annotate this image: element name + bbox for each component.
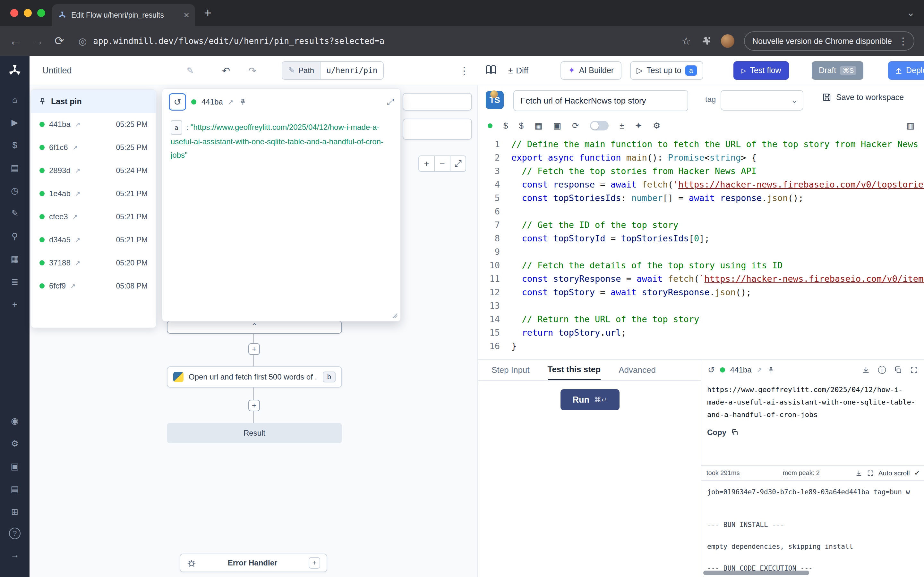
- browser-menu-icon[interactable]: ⋮: [897, 35, 910, 47]
- code-line[interactable]: 14 // Return the URL of the top story: [478, 313, 924, 326]
- result-node[interactable]: Result: [167, 423, 342, 443]
- test-flow-button[interactable]: ▷Test flow: [733, 61, 789, 80]
- minimize-window-button[interactable]: [24, 9, 32, 17]
- copy-button[interactable]: Copy: [707, 428, 919, 437]
- site-info-icon[interactable]: ◎: [78, 35, 87, 47]
- collapse-icon[interactable]: →: [11, 548, 19, 562]
- external-link-icon[interactable]: ↗: [757, 366, 762, 374]
- pin-run-row[interactable]: 2893d↗05:24 PM: [31, 159, 156, 182]
- resources-icon[interactable]: ▤: [11, 161, 19, 175]
- chrome-update-button[interactable]: Nouvelle version de Chrome disponible ⋮: [744, 31, 914, 51]
- flow-node-partial[interactable]: [403, 93, 472, 111]
- insert-step-button[interactable]: +: [248, 400, 260, 411]
- expand-icon[interactable]: ⤢: [387, 97, 394, 107]
- selected-step-node-partial[interactable]: ⌃: [167, 321, 342, 334]
- zoom-out-button[interactable]: −: [434, 155, 451, 172]
- code-line[interactable]: 7 // Get the ID of the top story: [478, 218, 924, 232]
- browser-tab[interactable]: Edit Flow u/henri/pin_results ×: [52, 4, 195, 26]
- external-link-icon[interactable]: ↗: [75, 121, 81, 128]
- external-link-icon[interactable]: ↗: [75, 236, 81, 243]
- pin-run-row[interactable]: 37188↗05:20 PM: [31, 251, 156, 274]
- history-icon[interactable]: ↺: [708, 365, 715, 375]
- external-link-icon[interactable]: ↗: [228, 98, 234, 106]
- external-link-icon[interactable]: ↗: [73, 213, 78, 221]
- schedules-icon[interactable]: ◷: [11, 184, 19, 198]
- run-button[interactable]: Run ⌘↵: [561, 389, 620, 410]
- pin-run-row[interactable]: 1e4ab↗05:21 PM: [31, 182, 156, 205]
- edit-title-pencil-icon[interactable]: ✎: [187, 65, 194, 75]
- ai-assist-icon[interactable]: ✦: [635, 121, 642, 131]
- tab-step-input[interactable]: Step Input: [491, 359, 530, 380]
- url-bar[interactable]: app.windmill.dev/flows/edit/u/henri/pin_…: [93, 36, 384, 46]
- variables-icon[interactable]: $: [12, 138, 17, 152]
- step-summary-input[interactable]: [513, 90, 688, 111]
- apps-icon[interactable]: ▦: [11, 252, 19, 266]
- code-line[interactable]: 9: [478, 245, 924, 259]
- workers-icon[interactable]: ▣: [11, 459, 19, 474]
- code-line[interactable]: 11 const storyResponse = await fetch(`ht…: [478, 272, 924, 285]
- download-logs-icon[interactable]: [855, 470, 863, 477]
- runs-icon[interactable]: ▶: [11, 115, 18, 129]
- tab-test-this-step[interactable]: Test this step: [548, 359, 601, 380]
- ai-builder-button[interactable]: ✦AI Builder: [561, 61, 622, 80]
- add-error-handler-button[interactable]: +: [309, 557, 320, 569]
- settings-icon[interactable]: ⚙: [11, 437, 19, 451]
- code-line[interactable]: 6: [478, 205, 924, 218]
- code-line[interactable]: 4 const response = await fetch('https://…: [478, 178, 924, 191]
- docs-book-icon[interactable]: [485, 64, 497, 77]
- metrics-chart-icon[interactable]: ▥: [906, 121, 914, 131]
- external-link-icon[interactable]: ↗: [73, 143, 78, 151]
- scripts-icon[interactable]: ✎: [11, 206, 19, 221]
- more-options-icon[interactable]: ⋮: [459, 65, 469, 76]
- code-line[interactable]: 16}: [478, 340, 924, 353]
- external-link-icon[interactable]: ↗: [75, 190, 81, 197]
- test-up-to-button[interactable]: ▷Test up toa: [630, 61, 703, 80]
- fit-view-button[interactable]: ⤢: [450, 155, 466, 172]
- code-line[interactable]: 3 // Fetch the top stories from Hacker N…: [478, 164, 924, 178]
- resource-picker-icon[interactable]: $: [519, 121, 523, 131]
- external-link-icon[interactable]: ↗: [70, 282, 76, 290]
- add-icon[interactable]: +: [12, 298, 17, 311]
- last-pin-header[interactable]: Last pin: [31, 90, 156, 113]
- bookmark-star-icon[interactable]: ☆: [682, 35, 691, 47]
- variable-picker-icon[interactable]: $: [503, 121, 508, 131]
- pin-run-row[interactable]: 6fcf9↗05:08 PM: [31, 274, 156, 298]
- zoom-in-button[interactable]: +: [418, 155, 435, 172]
- editor-settings-icon[interactable]: ⚙: [653, 121, 660, 131]
- package-icon[interactable]: ▦: [535, 121, 543, 131]
- flows-icon[interactable]: ⚲: [11, 229, 18, 243]
- code-line[interactable]: 10 // Fetch the details of the top story…: [478, 259, 924, 272]
- deploy-button[interactable]: Deploy: [888, 61, 924, 80]
- diff-mode-toggle[interactable]: [590, 121, 609, 131]
- insert-step-button[interactable]: +: [248, 343, 260, 355]
- reload-icon[interactable]: ⟳: [55, 34, 64, 48]
- diff-button[interactable]: ±Diff: [508, 65, 528, 75]
- download-icon[interactable]: [862, 366, 870, 374]
- info-icon[interactable]: ⓘ: [878, 364, 886, 376]
- profile-avatar[interactable]: [721, 34, 734, 48]
- error-handler-node[interactable]: Error Handler +: [180, 554, 327, 572]
- new-tab-button[interactable]: +: [204, 6, 212, 20]
- pin-run-row[interactable]: 441ba↗05:25 PM: [31, 113, 156, 136]
- pin-icon[interactable]: [239, 98, 247, 106]
- close-window-button[interactable]: [10, 9, 18, 17]
- reset-icon[interactable]: ⟳: [572, 121, 579, 131]
- auto-scroll-checkbox[interactable]: ✓: [914, 469, 920, 477]
- code-line[interactable]: 12 const topStory = await storyResponse.…: [478, 285, 924, 299]
- external-link-icon[interactable]: ↗: [75, 259, 81, 267]
- logs-icon[interactable]: ≣: [11, 275, 19, 289]
- code-line[interactable]: 8 const topStoryId = topStoriesIds[0];: [478, 232, 924, 245]
- maximize-window-button[interactable]: [37, 9, 45, 17]
- tag-select[interactable]: ⌄: [720, 90, 803, 111]
- groups-icon[interactable]: ⊞: [11, 505, 19, 519]
- clipboard-icon[interactable]: [894, 366, 902, 374]
- tab-close-icon[interactable]: ×: [184, 10, 189, 21]
- redo-icon[interactable]: ↷: [248, 65, 256, 76]
- tab-advanced[interactable]: Advanced: [619, 359, 656, 380]
- path-control[interactable]: ✎Path u/henri/pin: [282, 61, 384, 80]
- code-line[interactable]: 1// Define the main function to fetch th…: [478, 137, 924, 151]
- package2-icon[interactable]: ▣: [553, 121, 561, 131]
- pin-run-row[interactable]: d34a5↗05:21 PM: [31, 228, 156, 251]
- flow-step-node[interactable]: Open url and fetch first 500 words of ..…: [167, 366, 342, 388]
- external-link-icon[interactable]: ↗: [75, 167, 81, 174]
